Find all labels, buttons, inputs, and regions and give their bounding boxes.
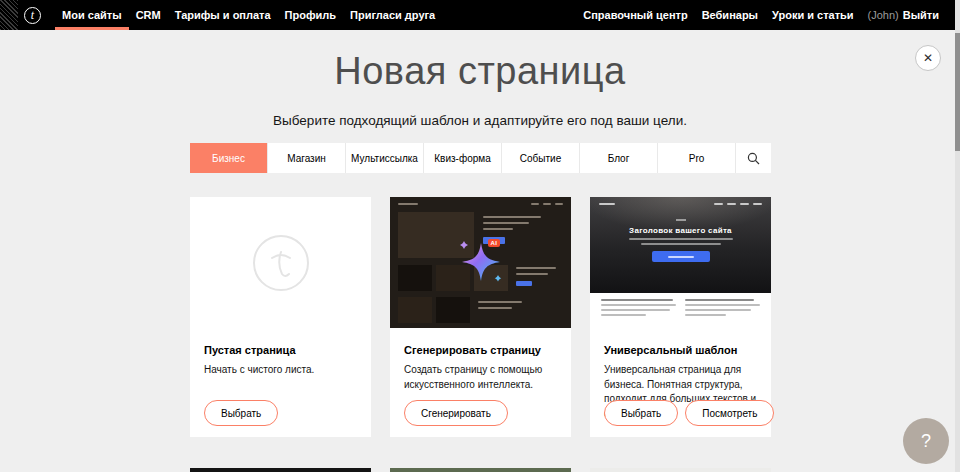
card-universal-template[interactable]: Заголовок вашего сайта xyxy=(590,197,771,437)
page-subtitle: Выберите подходящий шаблон и адаптируйте… xyxy=(0,113,960,128)
tab-quiz-form[interactable]: Квиз-форма xyxy=(423,143,501,173)
nav-help-center[interactable]: Справочный центр xyxy=(576,0,694,30)
card-generate-ai[interactable]: AI Сгенерировать страницу Создать страни… xyxy=(390,197,571,437)
card-actions: Сгенерировать xyxy=(404,400,508,426)
nav-lessons[interactable]: Уроки и статьи xyxy=(765,0,861,30)
search-icon xyxy=(747,152,760,165)
card-body: Пустая страница Начать с чистого листа. xyxy=(190,328,371,378)
card-body: Сгенерировать страницу Создать страницу … xyxy=(390,328,571,392)
scrollbar-thumb[interactable] xyxy=(955,33,960,151)
view-button[interactable]: Посмотреть xyxy=(685,400,774,426)
card-description: Создать страницу с помощью искусственног… xyxy=(404,363,557,392)
tilda-watermark-icon xyxy=(252,234,310,292)
preview-cta-button xyxy=(652,251,710,262)
card-next-row-2[interactable] xyxy=(390,468,571,472)
ai-template-preview: AI xyxy=(390,197,571,328)
choose-button[interactable]: Выбрать xyxy=(604,400,678,426)
template-preview xyxy=(190,468,371,472)
top-nav: t Мои сайты CRM Тарифы и оплата Профиль … xyxy=(0,0,960,30)
help-button[interactable]: ? xyxy=(903,418,949,464)
card-actions: Выбрать Посмотреть xyxy=(604,400,774,426)
page-title: Новая страница xyxy=(0,50,960,93)
preview-site-title: Заголовок вашего сайта xyxy=(629,226,732,235)
card-next-row-3[interactable] xyxy=(590,468,771,472)
nav-tariffs[interactable]: Тарифы и оплата xyxy=(168,0,278,30)
card-description: Начать с чистого листа. xyxy=(204,363,357,378)
ai-sparkle-icon xyxy=(453,233,509,289)
close-button[interactable]: ✕ xyxy=(915,45,941,71)
nav-my-sites[interactable]: Мои сайты xyxy=(55,0,129,30)
template-preview xyxy=(590,468,771,472)
logo-wrap: t xyxy=(18,0,49,30)
template-preview xyxy=(390,468,571,472)
corner-texture xyxy=(0,0,18,30)
blank-page-preview xyxy=(190,197,371,328)
tab-business[interactable]: Бизнес xyxy=(190,143,267,173)
card-blank-page[interactable]: Пустая страница Начать с чистого листа. … xyxy=(190,197,371,437)
user-logout[interactable]: (John) Выйти xyxy=(861,0,946,30)
card-actions: Выбрать xyxy=(204,400,278,426)
tab-event[interactable]: Событие xyxy=(501,143,579,173)
template-category-tabs: Бизнес Магазин Мультиссылка Квиз-форма С… xyxy=(190,143,771,173)
generate-button[interactable]: Сгенерировать xyxy=(404,400,508,426)
nav-crm[interactable]: CRM xyxy=(129,0,168,30)
tab-shop[interactable]: Магазин xyxy=(267,143,345,173)
tab-blog[interactable]: Блог xyxy=(579,143,657,173)
user-name: (John) xyxy=(868,9,899,21)
template-grid: Пустая страница Начать с чистого листа. … xyxy=(190,197,771,472)
scrollbar[interactable] xyxy=(955,0,960,472)
secondary-menu: Справочный центр Вебинары Уроки и статьи… xyxy=(576,0,946,30)
card-next-row-1[interactable] xyxy=(190,468,371,472)
tilda-logo-icon[interactable]: t xyxy=(24,7,41,24)
tab-pro[interactable]: Pro xyxy=(657,143,735,173)
nav-webinars[interactable]: Вебинары xyxy=(695,0,765,30)
choose-button[interactable]: Выбрать xyxy=(204,400,278,426)
nav-invite-friend[interactable]: Пригласи друга xyxy=(343,0,442,30)
universal-template-preview: Заголовок вашего сайта xyxy=(590,197,771,328)
card-title: Пустая страница xyxy=(204,344,357,356)
tab-multilink[interactable]: Мультиссылка xyxy=(345,143,423,173)
search-tab[interactable] xyxy=(735,143,771,173)
nav-profile[interactable]: Профиль xyxy=(278,0,343,30)
main-menu: Мои сайты CRM Тарифы и оплата Профиль Пр… xyxy=(55,0,442,30)
card-title: Сгенерировать страницу xyxy=(404,344,557,356)
card-title: Универсальный шаблон xyxy=(604,344,757,356)
logout-link[interactable]: Выйти xyxy=(903,9,939,21)
ai-badge: AI xyxy=(488,239,501,247)
